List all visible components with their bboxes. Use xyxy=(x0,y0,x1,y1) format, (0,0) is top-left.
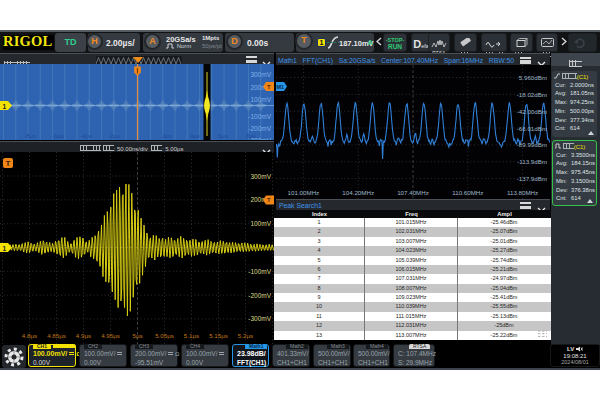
svg-text:110.60MHz: 110.60MHz xyxy=(452,189,483,196)
svg-text:-42.00dBm: -42.00dBm xyxy=(517,108,547,115)
svg-text:1: 1 xyxy=(3,103,7,110)
svg-text:300mV: 300mV xyxy=(250,71,271,78)
svg-text:-113.9dBm: -113.9dBm xyxy=(517,158,547,165)
svg-text:M1: M1 xyxy=(277,84,285,90)
svg-text:-100mV: -100mV xyxy=(248,268,271,275)
svg-text:-137.9dBm: -137.9dBm xyxy=(517,175,547,182)
svg-text:1: 1 xyxy=(3,245,7,252)
svg-text:-2µs: -2µs xyxy=(108,133,120,139)
svg-text:300mV: 300mV xyxy=(250,173,271,180)
svg-text:-200mV: -200mV xyxy=(248,292,271,299)
svg-text:-18.02dBm: -18.02dBm xyxy=(517,91,547,98)
svg-text:4µs: 4µs xyxy=(190,133,200,139)
svg-text:-89.99dBm: -89.99dBm xyxy=(517,141,547,148)
svg-text:101.00MHz: 101.00MHz xyxy=(288,189,320,196)
svg-text:104.20MHz: 104.20MHz xyxy=(342,189,374,196)
svg-text:100mV: 100mV xyxy=(250,220,271,227)
svg-text:100mV: 100mV xyxy=(250,96,271,103)
svg-text:-100mV: -100mV xyxy=(248,113,271,120)
svg-text:5.05µs: 5.05µs xyxy=(155,332,174,339)
svg-text:5.15µs: 5.15µs xyxy=(209,332,228,339)
svg-text:-200mV: -200mV xyxy=(248,125,271,132)
svg-text:5.2µs: 5.2µs xyxy=(238,332,253,339)
svg-text:107.40MHz: 107.40MHz xyxy=(397,189,429,196)
svg-text:4.95µs: 4.95µs xyxy=(101,332,120,339)
svg-text:-4µs: -4µs xyxy=(80,133,92,139)
svg-text:2µs: 2µs xyxy=(162,133,172,139)
svg-text:-6µs: -6µs xyxy=(52,133,64,139)
svg-text:-8µs: -8µs xyxy=(24,133,36,139)
svg-text:5.1µs: 5.1µs xyxy=(184,332,199,339)
svg-text:T: T xyxy=(267,197,271,203)
svg-text:8µs: 8µs xyxy=(246,133,256,139)
svg-text:5µs: 5µs xyxy=(132,332,142,339)
svg-text:113.80MHz: 113.80MHz xyxy=(507,189,538,196)
svg-text:T: T xyxy=(6,159,11,168)
svg-text:5.960dBm: 5.960dBm xyxy=(519,74,547,81)
svg-text:T: T xyxy=(267,84,271,90)
svg-text:4.85µs: 4.85µs xyxy=(47,332,66,339)
svg-text:4.9µs: 4.9µs xyxy=(76,332,91,339)
svg-text:-66.01dBm: -66.01dBm xyxy=(517,125,547,132)
svg-text:4.8µs: 4.8µs xyxy=(22,332,37,339)
svg-text:-300mV: -300mV xyxy=(248,315,271,322)
svg-text:6µs: 6µs xyxy=(218,133,228,139)
